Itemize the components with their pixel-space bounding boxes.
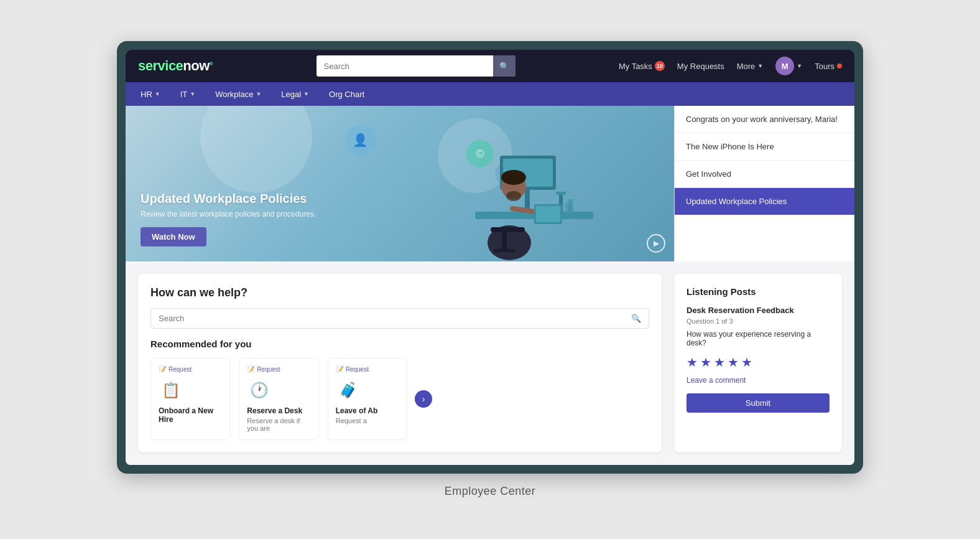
tours-nav[interactable]: Tours <box>815 62 842 71</box>
main-area: © 👤 👤 <box>126 106 854 261</box>
star-2[interactable]: ★ <box>700 355 711 370</box>
outer-frame: servicenow® 🔍 My Tasks 10 My Requests Mo… <box>117 41 863 474</box>
feedback-subtitle: Question 1 of 3 <box>686 317 830 325</box>
rec-card-2-name: Reserve a Desk <box>247 406 310 415</box>
help-search-input[interactable] <box>159 314 626 323</box>
rec-card-3-tag: 📝 Request <box>336 366 399 373</box>
star-1[interactable]: ★ <box>686 355 698 370</box>
top-nav-right: My Tasks 10 My Requests More ▼ M ▼ Tours <box>619 57 842 75</box>
svg-rect-15 <box>494 249 515 252</box>
top-search-button[interactable]: 🔍 <box>493 55 515 77</box>
it-label: IT <box>180 90 188 99</box>
top-navigation: servicenow® 🔍 My Tasks 10 My Requests Mo… <box>126 50 854 82</box>
tours-notification-dot <box>837 63 842 68</box>
star-5[interactable]: ★ <box>741 355 752 370</box>
rec-card-1-tag: 📝 Request <box>159 366 222 373</box>
more-nav[interactable]: More ▼ <box>737 62 764 71</box>
avatar-chevron-icon: ▼ <box>797 63 802 69</box>
my-tasks-label: My Tasks <box>619 62 652 71</box>
feedback-question: How was your experience reserving a desk… <box>686 330 830 347</box>
top-search-input[interactable] <box>317 55 493 77</box>
hr-label: HR <box>141 90 152 99</box>
sidebar-news-item-4[interactable]: Updated Workplace Policies <box>675 188 854 215</box>
watch-now-button[interactable]: Watch Now <box>141 227 206 246</box>
tours-label: Tours <box>815 62 834 71</box>
rec-card-3-icon: 🧳 <box>336 378 361 403</box>
hr-chevron-icon: ▼ <box>155 91 160 97</box>
it-chevron-icon: ▼ <box>190 91 195 97</box>
hero-content: Updated Workplace Policies Review the la… <box>141 192 316 246</box>
sidebar-item-legal[interactable]: Legal ▼ <box>279 82 312 106</box>
help-section: How can we help? 🔍 Recommended for you 📝… <box>138 274 662 452</box>
star-4[interactable]: ★ <box>728 355 739 370</box>
rec-card-1-icon: 📋 <box>159 378 183 403</box>
recommended-cards: 📝 Request 📋 Onboard a New Hire 📝 Request <box>150 358 407 440</box>
my-tasks-nav[interactable]: My Tasks 10 <box>619 61 665 71</box>
news-sidebar-panel: Congrats on your work anniversary, Maria… <box>674 106 854 261</box>
secondary-navigation: HR ▼ IT ▼ Workplace ▼ Legal ▼ Org Chart <box>126 82 854 106</box>
rec-card-3-desc: Request a <box>336 417 399 424</box>
sidebar-item-workplace[interactable]: Workplace ▼ <box>213 82 264 106</box>
more-chevron-icon: ▼ <box>757 63 763 69</box>
help-title: How can we help? <box>150 286 649 299</box>
hero-title: Updated Workplace Policies <box>141 192 316 206</box>
sidebar-item-hr[interactable]: HR ▼ <box>138 82 163 106</box>
avatar: M <box>775 57 794 75</box>
browser-window: servicenow® 🔍 My Tasks 10 My Requests Mo… <box>126 50 854 465</box>
listening-title: Listening Posts <box>686 286 830 297</box>
more-label: More <box>737 62 756 71</box>
leave-comment-link[interactable]: Leave a comment <box>686 376 830 385</box>
rec-card-2-tag: 📝 Request <box>247 366 310 373</box>
help-search-bar[interactable]: 🔍 <box>150 308 649 329</box>
svg-rect-17 <box>568 199 573 212</box>
top-search-bar: 🔍 <box>317 55 515 77</box>
rec-card-1-name: Onboard a New Hire <box>159 406 222 424</box>
help-search-icon: 🔍 <box>631 314 641 323</box>
rec-card-2-icon: 🕐 <box>247 378 272 403</box>
sidebar-news-item-1[interactable]: Congrats on your work anniversary, Maria… <box>675 106 854 133</box>
orgchart-label: Org Chart <box>329 90 364 99</box>
hero-illustration <box>463 118 599 261</box>
legal-chevron-icon: ▼ <box>303 91 309 97</box>
rec-card-desk[interactable]: 📝 Request 🕐 Reserve a Desk Reserve a des… <box>239 358 318 440</box>
hero-subtitle: Review the latest workplace policies and… <box>141 210 316 218</box>
sidebar-news-item-2[interactable]: The New iPhone Is Here <box>675 133 854 161</box>
my-requests-label: My Requests <box>677 62 724 71</box>
svg-point-8 <box>506 191 521 201</box>
lower-content: How can we help? 🔍 Recommended for you 📝… <box>126 261 854 465</box>
submit-button[interactable]: Submit <box>686 393 830 413</box>
svg-rect-14 <box>502 232 507 251</box>
rec-card-leave[interactable]: 📝 Request 🧳 Leave of Ab Request a <box>328 358 407 440</box>
play-button[interactable]: ▶ <box>647 234 665 253</box>
sidebar-news-item-3[interactable]: Get Involved <box>675 161 854 188</box>
listening-section: Listening Posts Desk Reservation Feedbac… <box>674 274 842 452</box>
svg-rect-13 <box>491 227 525 232</box>
sidebar-item-orgchart[interactable]: Org Chart <box>326 82 367 106</box>
next-arrow-button[interactable]: › <box>415 390 432 408</box>
hero-bg-circle-1 <box>200 106 312 193</box>
recommended-title: Recommended for you <box>150 339 649 349</box>
page-label: Employee Center <box>445 485 536 498</box>
my-requests-nav[interactable]: My Requests <box>677 62 724 71</box>
star-rating[interactable]: ★ ★ ★ ★ ★ <box>686 355 830 370</box>
float-icon-user: 👤 <box>345 124 376 156</box>
rec-card-onboard[interactable]: 📝 Request 📋 Onboard a New Hire <box>150 358 230 440</box>
hero-banner: © 👤 👤 <box>126 106 674 261</box>
svg-point-9 <box>501 170 526 185</box>
star-3[interactable]: ★ <box>714 355 725 370</box>
workplace-label: Workplace <box>215 90 253 99</box>
my-tasks-badge: 10 <box>655 61 665 71</box>
logo: servicenow® <box>138 58 213 74</box>
avatar-nav[interactable]: M ▼ <box>775 57 802 75</box>
sidebar-item-it[interactable]: IT ▼ <box>178 82 198 106</box>
rec-card-3-name: Leave of Ab <box>336 406 399 415</box>
feedback-title: Desk Reservation Feedback <box>686 306 830 315</box>
svg-rect-5 <box>556 192 566 195</box>
svg-rect-12 <box>536 206 560 222</box>
legal-label: Legal <box>281 90 301 99</box>
workplace-chevron-icon: ▼ <box>256 91 261 97</box>
rec-card-2-desc: Reserve a desk if you are <box>247 417 310 432</box>
